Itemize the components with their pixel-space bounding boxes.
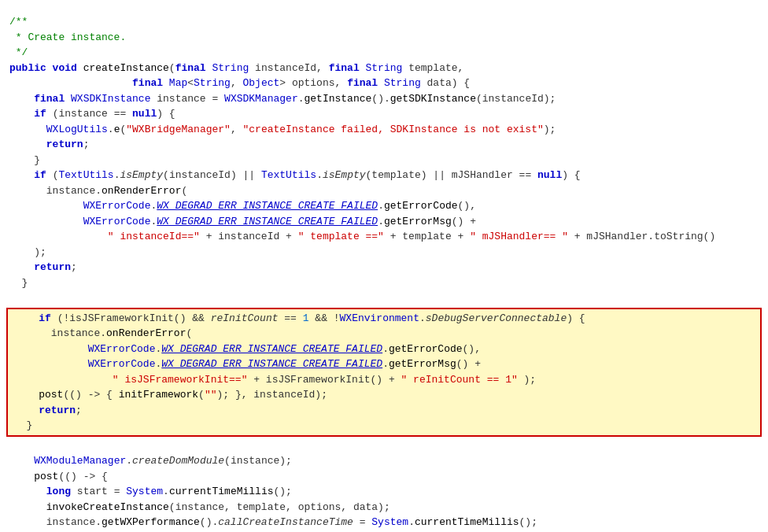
code-line: WXLogUtils.e("WXBridgeManager", "createI… [0,122,768,138]
code-line: instance.onRenderError( [0,183,768,199]
code-line: if (TextUtils.isEmpty(instanceId) || Tex… [0,168,768,183]
code-line: return; [0,260,768,275]
code-line: } [0,275,768,291]
code-line: */ [0,45,768,61]
code-line [0,290,768,306]
code-line: public void createInstance(final String … [0,61,768,76]
code-line: " isJSFrameworkInit==" + isJSFrameworkIn… [8,372,760,388]
code-line: return; [0,137,768,153]
code-editor: /** * Create instance. */ public void cr… [0,8,768,532]
code-line: WXErrorCode.WX_DEGRAD_ERR_INSTANCE_CREAT… [8,357,760,372]
code-line: * Create instance. [0,30,768,46]
code-line: final WXSDKInstance instance = WXSDKMana… [0,91,768,107]
code-line: WXErrorCode.WX_DEGRAD_ERR_INSTANCE_CREAT… [0,214,768,230]
code-line: WXModuleManager.createDomModule(instance… [0,453,768,469]
code-line: invokeCreateInstance(instance, template,… [0,500,768,515]
code-line: post(() -> { [0,469,768,485]
code-line: /** [0,14,768,30]
code-line: final Map<String, Object> options, final… [0,76,768,91]
code-line: WXErrorCode.WX_DEGRAD_ERR_INSTANCE_CREAT… [8,342,760,357]
code-line: return; [8,403,760,419]
code-line: instance.getWXPerformance().callCreateIn… [0,515,768,530]
code-line: ); [0,245,768,260]
code-line: instance.onRenderError( [8,326,760,342]
code-line: } [0,153,768,168]
highlighted-section: if (!isJSFrameworkInit() && reInitCount … [6,308,762,437]
code-line: post(() -> { initFramework(""); }, insta… [8,387,760,403]
code-line: } [8,418,760,434]
code-line: if (instance == null) { [0,106,768,122]
code-line: if (!isJSFrameworkInit() && reInitCount … [8,311,760,327]
code-line [0,438,768,454]
code-line: WXErrorCode.WX_DEGRAD_ERR_INSTANCE_CREAT… [0,198,768,214]
code-line: " instanceId==" + instanceId + " templat… [0,229,768,245]
code-line: long start = System.currentTimeMillis(); [0,484,768,500]
